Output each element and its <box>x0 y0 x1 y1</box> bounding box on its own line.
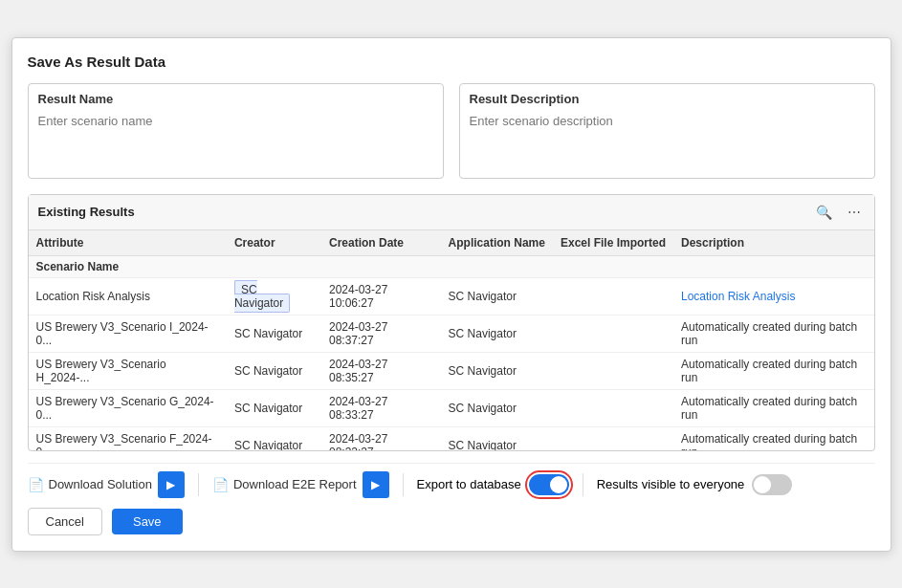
download-e2e-button[interactable]: ▶ <box>363 471 389 498</box>
download-solution-action: 📄 Download Solution ▶ <box>28 471 185 498</box>
existing-results-section: Existing Results 🔍 ⋯ Attribute Creator C… <box>28 194 875 451</box>
result-description-input[interactable] <box>470 114 865 157</box>
results-table: Attribute Creator Creation Date Applicat… <box>29 230 874 450</box>
table-body: Scenario Name Location Risk AnalysisSC N… <box>29 255 874 450</box>
document-icon: 📄 <box>28 477 44 492</box>
result-name-box: Result Name <box>28 83 444 179</box>
divider-1 <box>198 473 199 496</box>
existing-results-icons: 🔍 ⋯ <box>812 203 865 222</box>
result-description-label: Result Description <box>470 92 865 106</box>
col-excel-imported: Excel File Imported <box>553 230 673 256</box>
table-row[interactable]: US Brewery V3_Scenario H_2024-...SC Navi… <box>29 352 874 389</box>
results-visible-slider <box>752 474 792 495</box>
existing-results-title: Existing Results <box>38 205 135 219</box>
divider-2 <box>403 473 404 496</box>
download-solution-label: 📄 Download Solution <box>28 477 152 492</box>
modal-title: Save As Result Data <box>28 54 875 70</box>
table-row[interactable]: US Brewery V3_Scenario I_2024-0...SC Nav… <box>29 315 874 352</box>
save-button[interactable]: Save <box>112 509 183 534</box>
results-visible-label: Results visible to everyone <box>597 477 745 491</box>
result-name-input[interactable] <box>38 114 433 128</box>
divider-3 <box>583 473 583 496</box>
existing-results-header: Existing Results 🔍 ⋯ <box>29 195 874 230</box>
download-e2e-text: Download E2E Report <box>233 477 357 491</box>
results-visible-toggle-wrap: Results visible to everyone <box>597 474 793 495</box>
download-e2e-label: 📄 Download E2E Report <box>212 477 357 492</box>
download-e2e-action: 📄 Download E2E Report ▶ <box>212 471 389 498</box>
table-row[interactable]: US Brewery V3_Scenario F_2024-0...SC Nav… <box>29 426 874 450</box>
footer: 📄 Download Solution ▶ 📄 Download E2E Rep… <box>28 463 875 535</box>
col-attribute: Attribute <box>29 230 227 256</box>
table-row[interactable]: US Brewery V3_Scenario G_2024-0...SC Nav… <box>29 389 874 426</box>
export-db-label: Export to database <box>417 477 521 491</box>
table-header-row: Attribute Creator Creation Date Applicat… <box>29 230 874 256</box>
col-creation-date: Creation Date <box>321 230 441 256</box>
top-section: Result Name Result Description <box>28 83 875 179</box>
export-db-toggle-wrap: Export to database <box>417 474 569 495</box>
export-db-slider <box>529 474 569 495</box>
result-description-box: Result Description <box>459 83 875 179</box>
col-description: Description <box>673 230 874 256</box>
results-visible-toggle[interactable] <box>752 474 792 495</box>
download-solution-text: Download Solution <box>49 477 152 491</box>
document2-icon: 📄 <box>212 477 229 492</box>
col-app-name: Application Name <box>441 230 553 256</box>
download-solution-button[interactable]: ▶ <box>158 471 185 498</box>
export-db-toggle[interactable] <box>529 474 569 495</box>
result-name-label: Result Name <box>38 92 433 106</box>
table-wrap: Attribute Creator Creation Date Applicat… <box>29 230 874 450</box>
save-as-result-modal: Save As Result Data Result Name Result D… <box>11 37 891 552</box>
more-options-button[interactable]: ⋯ <box>844 203 865 222</box>
search-icon-button[interactable]: 🔍 <box>812 203 836 222</box>
scenario-name-subheader: Scenario Name <box>29 255 874 277</box>
cancel-button[interactable]: Cancel <box>28 508 102 535</box>
scenario-name-label: Scenario Name <box>29 255 874 277</box>
table-row[interactable]: Location Risk AnalysisSC Navigator2024-0… <box>29 277 874 315</box>
col-creator: Creator <box>227 230 321 256</box>
